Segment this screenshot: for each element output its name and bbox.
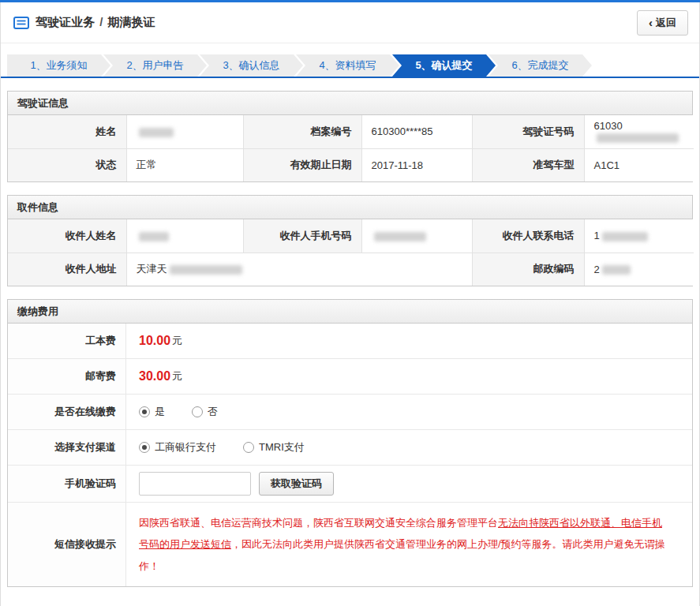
redacted-recipient-mobile	[374, 232, 426, 241]
pickup-info-table: 收件人姓名 收件人手机号码 收件人联系电话 1 收件人地址 天津天 邮政编码 2	[8, 219, 694, 286]
name-label: 姓名	[8, 115, 126, 148]
channel-tmri-label: TMRI支付	[259, 440, 305, 454]
online-pay-no-label: 否	[208, 405, 218, 419]
online-payment-label: 是否在线缴费	[8, 395, 126, 429]
channel-icbc-label: 工商银行支付	[155, 440, 216, 454]
get-sms-code-button[interactable]: 获取验证码	[259, 472, 334, 496]
license-number-label: 驾驶证号码	[472, 115, 584, 148]
redacted-postcode	[602, 265, 631, 275]
recipient-name-label: 收件人姓名	[8, 219, 126, 252]
sms-notice-label: 短信接收提示	[8, 503, 126, 586]
breadcrumb-business: 驾驶证业务	[36, 15, 95, 28]
address-label: 收件人地址	[8, 252, 126, 286]
postage-fee-value: 30.00 元	[126, 359, 692, 394]
sms-code-content: 获取验证码	[126, 466, 692, 502]
expiry-value: 2017-11-18	[361, 148, 472, 181]
sms-code-label: 手机验证码	[8, 466, 126, 502]
sms-code-input[interactable]	[139, 472, 251, 496]
redacted-recipient-tel	[602, 232, 648, 241]
redacted-address	[170, 265, 242, 275]
file-number-value: 610300****85	[361, 115, 472, 148]
production-fee-amount: 10.00	[139, 334, 170, 348]
status-label: 状态	[8, 148, 126, 181]
breadcrumb-page: 期满换证	[108, 15, 155, 28]
vehicle-type-value: A1C1	[584, 148, 694, 181]
recipient-mobile-value	[361, 219, 472, 252]
channel-tmri-radio[interactable]: TMRI支付	[243, 440, 305, 454]
back-button[interactable]: ‹ 返回	[637, 10, 688, 36]
license-info-table: 姓名 档案编号 610300****85 驾驶证号码 61030 状态 正常 有…	[8, 115, 694, 181]
section-pickup-info: 取件信息 收件人姓名 收件人手机号码 收件人联系电话 1 收件人地址 天津天 邮…	[7, 195, 693, 286]
section-license-info: 驾驶证信息 姓名 档案编号 610300****85 驾驶证号码 61030 状…	[7, 91, 693, 182]
page-header: 驾驶证业务 / 期满换证 ‹ 返回	[1, 2, 699, 43]
step-4-fill-info[interactable]: 4、资料填写	[296, 54, 399, 77]
pickup-section-title: 取件信息	[8, 196, 692, 219]
radio-unselected-icon	[192, 406, 203, 417]
payment-channel-options: 工商银行支付 TMRI支付	[126, 430, 692, 465]
redacted-recipient-name	[139, 232, 169, 241]
payment-channel-label: 选择支付渠道	[8, 430, 126, 465]
back-button-label: 返回	[656, 16, 676, 30]
section-fees: 缴纳费用 工本费 10.00 元 邮寄费 30.00 元 是否在线缴费 是	[7, 299, 693, 587]
recipient-mobile-label: 收件人手机号码	[243, 219, 361, 252]
step-3-confirm-info[interactable]: 3、确认信息	[200, 54, 303, 77]
file-number-label: 档案编号	[243, 115, 361, 148]
recipient-tel-value: 1	[584, 219, 694, 252]
radio-selected-icon	[139, 406, 150, 417]
recipient-tel-label: 收件人联系电话	[472, 219, 584, 252]
radio-selected-icon	[139, 442, 150, 453]
address-value: 天津天	[126, 252, 472, 286]
step-5-confirm-submit[interactable]: 5、确认提交	[392, 54, 496, 77]
postcode-label: 邮政编码	[472, 252, 584, 286]
step-6-complete-submit[interactable]: 6、完成提交	[489, 54, 592, 77]
redacted-license-number	[597, 133, 679, 143]
step-2-user-declaration[interactable]: 2、用户申告	[103, 54, 207, 77]
name-value	[126, 115, 243, 148]
back-chevron-icon: ‹	[649, 17, 653, 28]
payment-channel-row: 选择支付渠道 工商银行支付 TMRI支付	[8, 430, 692, 466]
expiry-label: 有效期止日期	[243, 148, 361, 181]
recipient-name-value	[126, 219, 243, 252]
sms-code-row: 手机验证码 获取验证码	[8, 466, 692, 503]
license-number-value: 61030	[584, 115, 694, 148]
business-menu-icon	[13, 17, 29, 29]
production-fee-label: 工本费	[8, 324, 126, 358]
sms-notice-text: 因陕西省联通、电信运营商技术问题，陕西省互联网交通安全综合服务管理平台无法向持陕…	[139, 509, 679, 580]
postage-fee-row: 邮寄费 30.00 元	[8, 359, 692, 395]
radio-unselected-icon	[243, 442, 254, 453]
vehicle-type-label: 准驾车型	[472, 148, 584, 181]
status-value: 正常	[126, 148, 243, 181]
postage-fee-amount: 30.00	[139, 369, 170, 383]
currency-unit: 元	[172, 334, 182, 348]
page-container: 驾驶证业务 / 期满换证 ‹ 返回 1、业务须知 2、用户申告 3、确认信息 4…	[0, 2, 700, 606]
production-fee-row: 工本费 10.00 元	[8, 324, 692, 359]
online-pay-yes-label: 是	[155, 405, 165, 419]
license-section-title: 驾驶证信息	[8, 92, 692, 115]
step-1-business-notice[interactable]: 1、业务须知	[7, 54, 110, 77]
breadcrumb-separator: /	[98, 15, 104, 28]
sms-notice-content: 因陕西省联通、电信运营商技术问题，陕西省互联网交通安全综合服务管理平台无法向持陕…	[126, 503, 692, 586]
fees-section-title: 缴纳费用	[8, 300, 692, 324]
production-fee-value: 10.00 元	[126, 324, 692, 358]
breadcrumb: 驾驶证业务 / 期满换证	[36, 15, 155, 30]
table-row: 状态 正常 有效期止日期 2017-11-18 准驾车型 A1C1	[8, 148, 694, 181]
postcode-value: 2	[584, 252, 694, 286]
online-payment-options: 是 否	[126, 395, 692, 429]
currency-unit: 元	[172, 369, 182, 383]
redacted-name	[139, 128, 174, 137]
channel-icbc-radio[interactable]: 工商银行支付	[139, 440, 216, 454]
table-row: 收件人姓名 收件人手机号码 收件人联系电话 1	[8, 219, 694, 252]
step-nav: 1、业务须知 2、用户申告 3、确认信息 4、资料填写 5、确认提交 6、完成提…	[1, 54, 699, 78]
sms-notice-row: 短信接收提示 因陕西省联通、电信运营商技术问题，陕西省互联网交通安全综合服务管理…	[8, 503, 692, 586]
table-row: 收件人地址 天津天 邮政编码 2	[8, 252, 694, 286]
online-payment-row: 是否在线缴费 是 否	[8, 395, 692, 430]
online-pay-no-radio[interactable]: 否	[192, 405, 218, 419]
online-pay-yes-radio[interactable]: 是	[139, 405, 165, 419]
table-row: 姓名 档案编号 610300****85 驾驶证号码 61030	[8, 115, 694, 148]
postage-fee-label: 邮寄费	[8, 359, 126, 394]
